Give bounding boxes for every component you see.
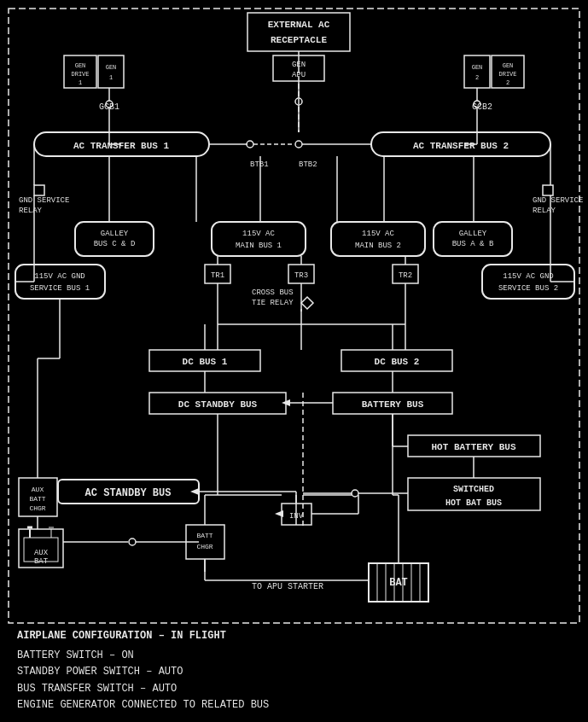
svg-text:115V AC: 115V AC (362, 230, 394, 238)
svg-text:RECEPTACLE: RECEPTACLE (271, 35, 327, 45)
svg-text:2: 2 (506, 79, 509, 86)
svg-text:HOT BATTERY BUS: HOT BATTERY BUS (431, 442, 515, 452)
info-section: AIRPLANE CONFIGURATION – IN FLIGHT BATTE… (17, 628, 269, 713)
svg-text:CHGR: CHGR (29, 504, 45, 512)
info-line-4: ENGINE GENERATOR CONNECTED TO RELATED BU… (17, 697, 269, 713)
svg-text:GALLEY: GALLEY (459, 230, 487, 238)
svg-text:MAIN BUS 2: MAIN BUS 2 (355, 242, 401, 250)
svg-text:AUX: AUX (34, 549, 49, 557)
svg-text:GEN: GEN (503, 62, 514, 69)
info-line-2: STANDBY POWER SWITCH – AUTO (17, 664, 269, 680)
svg-point-182 (352, 490, 358, 497)
svg-text:RELAY: RELAY (533, 207, 556, 215)
svg-text:AC TRANSFER BUS 1: AC TRANSFER BUS 1 (73, 141, 170, 151)
svg-text:TR1: TR1 (211, 271, 224, 280)
svg-text:BAT: BAT (34, 557, 49, 566)
svg-text:EXTERNAL AC: EXTERNAL AC (268, 20, 330, 30)
svg-text:GEN: GEN (75, 62, 86, 69)
svg-text:1: 1 (109, 74, 113, 81)
svg-text:DRIVE: DRIVE (71, 71, 89, 78)
svg-text:RELAY: RELAY (19, 207, 43, 215)
svg-text:115V AC GND: 115V AC GND (503, 272, 553, 281)
svg-rect-0 (0, 0, 588, 722)
info-line-3: BUS TRANSFER SWITCH – AUTO (17, 681, 269, 697)
svg-text:115V AC GND: 115V AC GND (34, 272, 84, 281)
svg-text:AC STANDBY BUS: AC STANDBY BUS (85, 487, 172, 499)
svg-text:BATT: BATT (196, 532, 212, 539)
svg-text:BATT: BATT (29, 495, 45, 503)
svg-text:BUS A & B: BUS A & B (452, 240, 494, 248)
svg-text:SERVICE BUS 1: SERVICE BUS 1 (30, 284, 90, 293)
svg-text:DRIVE: DRIVE (498, 71, 516, 78)
svg-text:TR2: TR2 (399, 271, 412, 280)
config-title: AIRPLANE CONFIGURATION – IN FLIGHT (17, 628, 269, 644)
svg-text:BTB1: BTB1 (250, 160, 269, 169)
info-line-1: BATTERY SWITCH – ON (17, 648, 269, 664)
svg-text:MAIN BUS 1: MAIN BUS 1 (236, 242, 282, 250)
svg-text:BTB2: BTB2 (299, 160, 317, 169)
svg-text:SERVICE BUS 2: SERVICE BUS 2 (498, 284, 558, 293)
svg-text:CROSS BUS: CROSS BUS (252, 288, 294, 297)
svg-text:AC TRANSFER BUS 2: AC TRANSFER BUS 2 (413, 141, 509, 151)
svg-text:115V AC: 115V AC (242, 230, 275, 238)
svg-text:TO APU STARTER: TO APU STARTER (252, 582, 323, 591)
svg-text:TR3: TR3 (294, 271, 308, 280)
svg-text:SWITCHED: SWITCHED (453, 485, 494, 494)
svg-text:BATTERY BUS: BATTERY BUS (362, 399, 424, 410)
svg-text:TIE RELAY: TIE RELAY (252, 299, 294, 307)
svg-text:GEN: GEN (472, 64, 483, 71)
svg-text:DC BUS 1: DC BUS 1 (183, 357, 228, 367)
svg-text:DC BUS 2: DC BUS 2 (375, 357, 420, 367)
svg-text:GEN: GEN (106, 64, 117, 71)
svg-text:BUS C & D: BUS C & D (94, 240, 136, 248)
svg-text:2: 2 (475, 74, 479, 81)
svg-text:HOT BAT BUS: HOT BAT BUS (445, 498, 502, 508)
svg-text:APU: APU (292, 71, 306, 79)
svg-text:BAT: BAT (389, 577, 408, 589)
svg-text:AUX: AUX (32, 486, 44, 493)
svg-text:DC STANDBY BUS: DC STANDBY BUS (178, 399, 258, 410)
svg-text:GND SERVICE: GND SERVICE (19, 196, 69, 205)
svg-text:GALLEY: GALLEY (101, 230, 129, 238)
main-container: EXTERNAL AC RECEPTACLE GEN DRIVE 1 GEN 1… (0, 0, 588, 722)
svg-text:CHGR: CHGR (196, 543, 212, 550)
svg-text:GEN: GEN (292, 61, 306, 69)
svg-text:1: 1 (79, 79, 82, 86)
svg-text:GND SERVICE: GND SERVICE (533, 196, 583, 205)
